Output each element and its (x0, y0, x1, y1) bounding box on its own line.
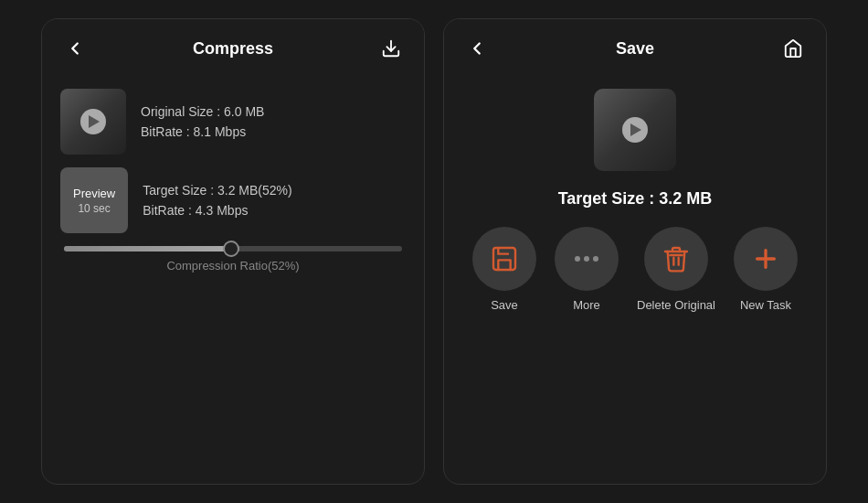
save-play-triangle-icon (630, 123, 641, 136)
preview-button[interactable]: Preview 10 sec (60, 167, 128, 233)
preview-label: Preview (73, 187, 115, 200)
dot2 (584, 256, 589, 262)
slider-thumb[interactable] (223, 241, 239, 257)
original-bitrate-label: BitRate : 8.1 Mbps (141, 124, 264, 139)
save-title: Save (492, 39, 778, 59)
delete-original-action-item[interactable]: Delete Original (637, 227, 715, 312)
video-thumbnail[interactable] (60, 89, 126, 155)
more-action-label: More (573, 298, 600, 312)
play-triangle-icon (89, 115, 100, 128)
save-play-button[interactable] (622, 117, 648, 143)
dot3 (593, 256, 598, 262)
new-task-circle[interactable] (734, 227, 798, 291)
original-info-row: Original Size : 6.0 MB BitRate : 8.1 Mbp… (60, 89, 406, 155)
save-back-button[interactable] (462, 34, 492, 63)
compress-content: Original Size : 6.0 MB BitRate : 8.1 Mbp… (42, 74, 424, 484)
target-bitrate-label: BitRate : 4.3 Mbps (143, 203, 291, 218)
dot1 (575, 256, 580, 262)
delete-original-action-label: Delete Original (637, 298, 715, 312)
compress-download-button[interactable] (376, 34, 406, 63)
save-screen: Save Target Size : 3.2 MB (443, 18, 827, 485)
new-task-action-item[interactable]: New Task (734, 227, 798, 312)
compress-header: Compress (42, 19, 424, 74)
play-button[interactable] (80, 109, 106, 134)
more-action-item[interactable]: More (555, 227, 619, 312)
new-task-action-label: New Task (740, 298, 791, 312)
more-circle[interactable] (555, 227, 619, 291)
save-circle[interactable] (472, 227, 536, 291)
preview-duration: 10 sec (78, 202, 110, 215)
compress-screen: Compress Original Size : 6.0 MB (41, 18, 425, 485)
compression-slider-section: Compression Ratio(52%) (60, 246, 406, 273)
target-size-label: Target Size : 3.2 MB(52%) (143, 183, 291, 198)
slider-track[interactable] (64, 246, 402, 252)
compress-title: Compress (90, 39, 376, 59)
home-button[interactable] (778, 34, 808, 63)
save-header: Save (444, 19, 826, 74)
dots-icon (575, 256, 598, 262)
action-buttons-group: Save More (472, 227, 798, 312)
save-target-size-label: Target Size : 3.2 MB (558, 189, 713, 209)
target-info-text: Target Size : 3.2 MB(52%) BitRate : 4.3 … (143, 183, 291, 218)
original-size-label: Original Size : 6.0 MB (141, 104, 264, 119)
save-video-thumbnail[interactable] (594, 89, 676, 171)
compress-back-button[interactable] (60, 34, 90, 63)
original-info-text: Original Size : 6.0 MB BitRate : 8.1 Mbp… (141, 104, 264, 139)
slider-fill (64, 246, 239, 252)
save-content: Target Size : 3.2 MB Save (444, 74, 826, 484)
delete-circle[interactable] (644, 227, 708, 291)
preview-row: Preview 10 sec Target Size : 3.2 MB(52%)… (60, 167, 406, 233)
save-action-item[interactable]: Save (472, 227, 536, 312)
compression-ratio-label: Compression Ratio(52%) (64, 259, 402, 273)
save-action-label: Save (491, 298, 518, 312)
svg-rect-1 (493, 248, 515, 270)
